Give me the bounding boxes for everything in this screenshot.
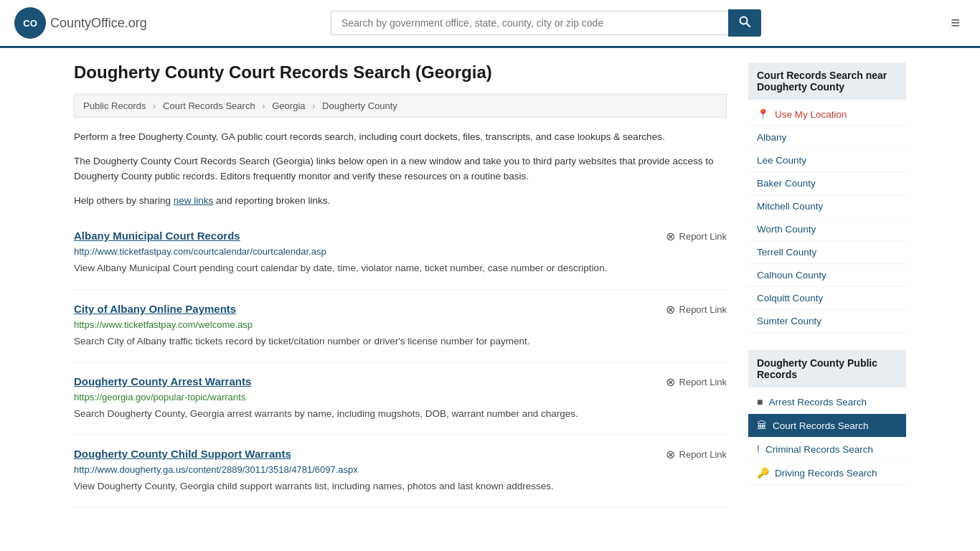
search-button[interactable] [728,9,761,37]
sidebar-item-lee-county[interactable]: Lee County [748,149,906,172]
page-title: Dougherty County Court Records Search (G… [74,62,727,83]
report-link[interactable]: ⊗ Report Link [666,448,727,461]
record-item: Dougherty County Child Support Warrants … [74,435,727,507]
record-title[interactable]: Dougherty County Arrest Warrants [74,375,251,387]
menu-button[interactable]: ≡ [945,11,966,35]
sidebar-public-records-header: Dougherty County Public Records [748,350,906,387]
court-icon: 🏛 [757,420,767,431]
records-list: Albany Municipal Court Records ⊗ Report … [74,217,727,507]
record-desc: View Albany Municipal Court pending cour… [74,261,727,276]
record-url[interactable]: https://www.ticketfastpay.com/welcome.as… [74,319,727,330]
sidebar-item-mitchell-county[interactable]: Mitchell County [748,195,906,218]
report-icon: ⊗ [666,230,675,243]
svg-text:CO: CO [23,18,37,29]
description-para2: The Dougherty County Court Records Searc… [74,154,727,184]
sidebar-nearby-header: Court Records Search near Dougherty Coun… [748,62,906,100]
sidebar-item-baker-county[interactable]: Baker County [748,172,906,195]
sidebar-item-driving-records[interactable]: 🔑 Driving Records Search [748,461,906,485]
breadcrumb-court-records[interactable]: Court Records Search [163,100,255,111]
breadcrumb: Public Records › Court Records Search › … [74,94,727,118]
record-item: Dougherty County Arrest Warrants ⊗ Repor… [74,362,727,435]
sidebar-item-criminal-records[interactable]: ! Criminal Records Search [748,438,906,461]
sidebar-item-calhoun-county[interactable]: Calhoun County [748,264,906,287]
sidebar-item-colquitt-county[interactable]: Colquitt County [748,287,906,310]
record-url[interactable]: https://georgia.gov/popular-topic/warran… [74,392,727,402]
description-para3: Help others by sharing new links and rep… [74,193,727,209]
record-url[interactable]: http://www.ticketfastpay.com/courtcalend… [74,246,727,257]
sidebar-item-sumter-county[interactable]: Sumter County [748,310,906,333]
record-desc: Search Dougherty County, Georgia arrest … [74,407,727,421]
svg-line-3 [746,24,750,27]
report-icon: ⊗ [666,303,675,316]
sidebar-item-arrest-records[interactable]: ■ Arrest Records Search [748,390,906,414]
sidebar-item-albany[interactable]: Albany [748,126,906,149]
logo-icon: CO [14,7,46,39]
sidebar-item-worth-county[interactable]: Worth County [748,218,906,241]
criminal-icon: ! [757,443,760,455]
sidebar: Court Records Search near Dougherty Coun… [748,62,906,507]
record-url[interactable]: http://www.dougherty.ga.us/content/2889/… [74,464,727,475]
sidebar-item-terrell-county[interactable]: Terrell County [748,241,906,264]
breadcrumb-dougherty[interactable]: Dougherty County [322,100,397,111]
report-icon: ⊗ [666,448,675,461]
search-input[interactable] [331,11,728,35]
record-item: Albany Municipal Court Records ⊗ Report … [74,217,727,289]
sidebar-nearby-section: Court Records Search near Dougherty Coun… [748,62,906,333]
search-area [331,9,761,37]
driving-icon: 🔑 [757,467,769,479]
sidebar-item-court-records[interactable]: 🏛 Court Records Search [748,414,906,438]
breadcrumb-georgia[interactable]: Georgia [272,100,305,111]
location-pin-icon: 📍 [757,108,769,120]
report-link[interactable]: ⊗ Report Link [666,303,727,316]
sidebar-item-use-location[interactable]: 📍 Use My Location [748,103,906,126]
report-icon: ⊗ [666,375,675,389]
record-title[interactable]: Albany Municipal Court Records [74,230,240,242]
report-link[interactable]: ⊗ Report Link [666,230,727,243]
site-header: CO CountyOffice.org ≡ [0,0,980,48]
record-title[interactable]: City of Albany Online Payments [74,303,236,315]
breadcrumb-public-records[interactable]: Public Records [83,100,146,111]
logo-text: CountyOffice.org [50,16,147,31]
description-para1: Perform a free Dougherty County, GA publ… [74,129,727,145]
logo-area: CO CountyOffice.org [14,7,147,39]
sidebar-public-records-section: Dougherty County Public Records ■ Arrest… [748,350,906,485]
arrest-icon: ■ [757,396,763,408]
record-desc: View Dougherty County, Georgia child sup… [74,479,727,494]
report-link[interactable]: ⊗ Report Link [666,375,727,389]
record-desc: Search City of Albany traffic tickets re… [74,334,727,349]
main-content: Dougherty County Court Records Search (G… [74,62,727,507]
record-title[interactable]: Dougherty County Child Support Warrants [74,448,291,460]
record-item: City of Albany Online Payments ⊗ Report … [74,290,727,362]
main-container: Dougherty County Court Records Search (G… [60,48,920,522]
new-links-link[interactable]: new links [174,195,214,206]
